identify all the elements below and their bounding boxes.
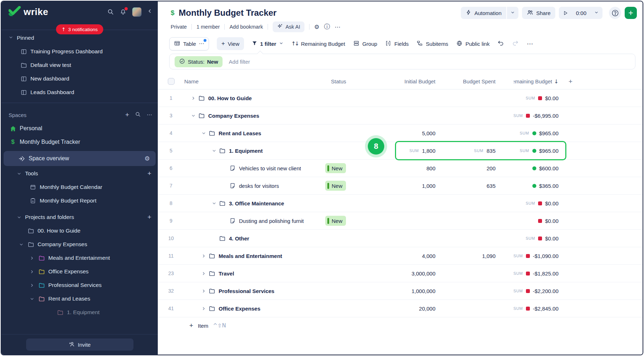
automation-dropdown[interactable] — [507, 7, 518, 19]
subitems-button[interactable]: Subitems — [416, 40, 448, 48]
sidebar-item-professional-services[interactable]: Professional Services — [1, 278, 158, 292]
table-row[interactable]: 10 4. Other SUM$0.00 — [158, 230, 643, 247]
public-link-button[interactable]: Public link — [456, 40, 490, 48]
row-name[interactable]: desks for visitors — [239, 183, 279, 189]
cell-value[interactable]: $0.00 — [545, 235, 558, 242]
sidebar-item-meals-and-entertainment[interactable]: Meals and Entertainment — [1, 251, 158, 265]
cell-value[interactable]: 635 — [487, 183, 496, 189]
row-name[interactable]: Office Expenses — [219, 306, 260, 312]
avatar[interactable] — [132, 7, 142, 17]
fields-button[interactable]: Fields — [385, 40, 409, 48]
help-button[interactable] — [609, 7, 621, 19]
search-icon[interactable] — [107, 8, 114, 15]
table-row[interactable]: 4 Rent and Leases 5,000 SUM$965.00 — [158, 125, 643, 142]
cell-value[interactable]: 835 — [487, 148, 496, 154]
cell-value[interactable]: $0.00 — [545, 218, 558, 224]
cell-value[interactable]: $0.00 — [545, 95, 558, 101]
table-row[interactable]: 7 desks for visitors New 1,000 635 $365.… — [158, 177, 643, 195]
column-header-initial-budget[interactable]: Initial Budget — [382, 74, 435, 89]
cell-value[interactable]: $600.00 — [539, 165, 558, 171]
row-name[interactable]: Vehicles to visit new client — [239, 165, 301, 171]
add-space-icon[interactable]: + — [125, 111, 129, 119]
column-header-budget-spent[interactable]: Budget Spent — [435, 74, 496, 89]
row-name[interactable]: 3. Office Maintenance — [229, 200, 284, 206]
group-button[interactable]: Group — [353, 40, 377, 48]
sidebar-item-monthly-budget-report[interactable]: Monthly Budget Report — [1, 194, 158, 208]
cell-value[interactable]: 3,000,000 — [411, 270, 435, 277]
cell-value[interactable]: 800 — [426, 165, 435, 171]
cell-value[interactable]: 20,000 — [419, 306, 435, 312]
tab-table-view[interactable]: Table ⋯ — [169, 37, 209, 50]
add-column-button[interactable]: + — [558, 74, 587, 89]
chevron-down-icon[interactable] — [190, 113, 196, 118]
table-row[interactable]: 3 Company Expenses SUM-$6,995.00 — [158, 107, 643, 125]
cell-value[interactable]: 200 — [487, 165, 496, 171]
sort-button[interactable]: ↑↓ Remaining Budget — [291, 40, 345, 47]
cell-value[interactable]: -$6,995.00 — [533, 113, 558, 119]
cell-value[interactable]: 5,000 — [422, 130, 435, 136]
sidebar-item-00-how-to-guide[interactable]: 00. How to Guide — [1, 224, 158, 238]
sidebar-item-personal[interactable]: Personal — [1, 122, 158, 135]
sidebar-item-1-equipment[interactable]: 1. Equipment — [1, 306, 158, 319]
privacy-label[interactable]: Private — [171, 24, 187, 30]
row-name[interactable]: 4. Other — [229, 235, 249, 242]
chevron-right-icon[interactable] — [29, 283, 35, 288]
chevron-right-icon[interactable] — [201, 271, 206, 276]
automation-button[interactable]: Automation — [461, 7, 506, 19]
share-button[interactable]: Share — [522, 7, 555, 19]
timer-value[interactable]: 0:00 — [572, 10, 590, 16]
table-tab-menu-icon[interactable]: ⋯ — [199, 40, 204, 47]
timer-dropdown[interactable] — [590, 10, 602, 16]
notifications-pill[interactable]: ↑3 notifications — [56, 24, 103, 34]
add-tool-icon[interactable]: + — [147, 170, 151, 177]
cell-value[interactable]: -$1,090.00 — [533, 253, 558, 259]
redo-icon[interactable] — [512, 40, 519, 48]
add-view-button[interactable]: +View — [217, 37, 244, 50]
chevron-right-icon[interactable] — [201, 306, 206, 311]
sidebar-item-leads-dashboard[interactable]: Leads Dashboard — [1, 86, 158, 99]
chevron-down-icon[interactable] — [19, 242, 24, 247]
table-row[interactable]: 1 00. How to Guide SUM$0.00 — [158, 89, 643, 107]
table-row[interactable]: 32 Professional Services 1,000,000 SUM-$… — [158, 282, 643, 300]
spaces-more-icon[interactable]: ⋯ — [147, 112, 152, 118]
search-spaces-icon[interactable] — [135, 111, 141, 118]
cell-value[interactable]: 1,000,000 — [411, 288, 435, 294]
chevron-right-icon[interactable] — [201, 289, 206, 293]
add-item-row[interactable]: + Item ^⇧N — [158, 317, 643, 334]
row-name[interactable]: Professional Services — [219, 288, 274, 294]
table-row[interactable]: 8 3. Office Maintenance SUM$0.00 — [158, 195, 643, 212]
chevron-right-icon[interactable] — [190, 96, 196, 101]
cell-value[interactable]: -$1,825.00 — [533, 270, 558, 277]
add-project-icon[interactable]: + — [147, 213, 151, 221]
add-filter-button[interactable]: Add filter — [229, 59, 250, 65]
table-row[interactable]: 9 Dusting and polishing furnit New $0.00 — [158, 212, 643, 230]
status-badge[interactable]: New — [325, 216, 346, 226]
chevron-down-icon[interactable] — [211, 148, 217, 153]
sidebar-item-monthly-budget-tracker[interactable]: $Monthly Budget Tracker — [1, 135, 158, 149]
cell-value[interactable]: $0.00 — [545, 200, 558, 206]
status-badge[interactable]: New — [325, 181, 346, 191]
row-name[interactable]: 00. How to Guide — [208, 95, 252, 101]
table-row[interactable]: 11 Meals and Entertainment 4,000 1,090 S… — [158, 247, 643, 265]
column-header-remaining-budget[interactable]: Remaining Budget ↓ — [496, 74, 558, 89]
cell-value[interactable]: 1,000 — [422, 183, 435, 189]
chevron-right-icon[interactable] — [201, 254, 206, 258]
table-row[interactable]: 41 Office Expenses 20,000 SUM-$2,845.00 — [158, 300, 643, 317]
cell-value[interactable]: 4,000 — [422, 253, 435, 259]
invite-button[interactable]: Invite — [26, 338, 133, 351]
ask-ai-button[interactable]: Ask AI — [273, 21, 304, 32]
chevron-down-icon[interactable] — [201, 131, 206, 136]
row-name[interactable]: Rent and Leases — [219, 130, 261, 136]
chevron-right-icon[interactable] — [29, 269, 35, 274]
column-header-name[interactable]: Name — [184, 74, 325, 89]
table-row[interactable]: 6 Vehicles to visit new client New 800 2… — [158, 160, 643, 177]
settings-gear-icon[interactable]: ⚙ — [314, 24, 319, 30]
sidebar-item-rent-and-leases[interactable]: Rent and Leases — [1, 292, 158, 306]
select-all-checkbox[interactable] — [168, 78, 175, 85]
chevron-down-icon[interactable] — [29, 297, 35, 301]
add-bookmark-link[interactable]: Add bookmark — [229, 24, 263, 30]
sidebar-item-company-expenses[interactable]: Company Expenses — [1, 238, 158, 251]
cell-value[interactable]: -$2,200.00 — [533, 288, 558, 294]
undo-icon[interactable] — [497, 40, 504, 48]
wrike-logo[interactable]: wrike — [9, 6, 48, 18]
